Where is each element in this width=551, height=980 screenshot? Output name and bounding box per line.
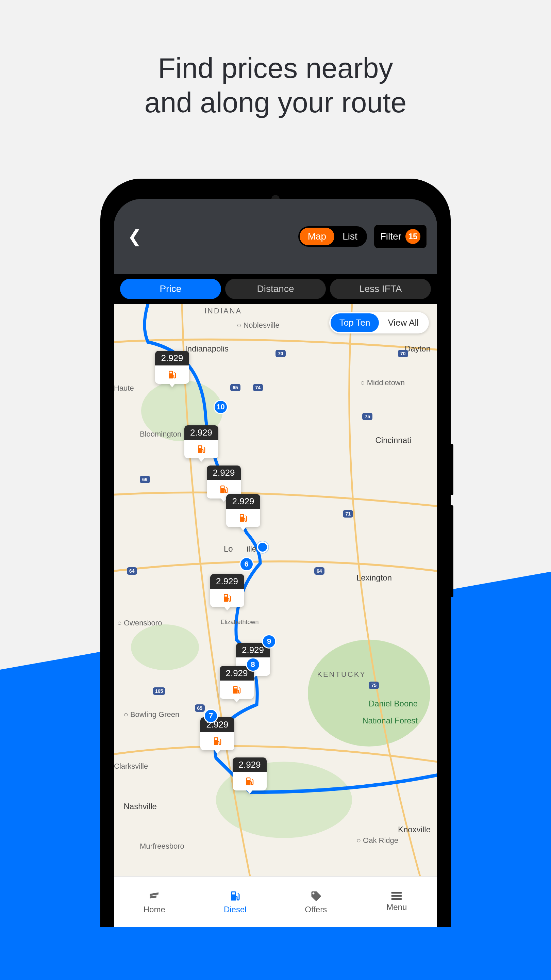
cluster-badge[interactable]: 9 — [262, 634, 276, 649]
map-label: ○ Oak Ridge — [356, 836, 398, 845]
cluster-badge[interactable]: 10 — [214, 400, 228, 414]
nav-menu[interactable]: Menu — [356, 877, 437, 927]
headline-line-2: and along your route — [0, 86, 551, 120]
svg-point-3 — [131, 624, 199, 670]
highway-shield-icon: 70 — [398, 350, 408, 357]
bottom-nav: Home Diesel Offers Menu — [114, 876, 437, 927]
map-label-state: KENTUCKY — [317, 670, 366, 679]
fuel-price-marker[interactable]: 2.929 — [155, 351, 189, 384]
highway-shield-icon: 71 — [343, 510, 353, 517]
map-label-forest: Daniel Boone — [369, 699, 418, 708]
cluster-badge[interactable]: 6 — [240, 557, 254, 571]
marker-body — [155, 366, 189, 384]
sort-bar: Price Distance Less IFTA — [114, 274, 437, 304]
highway-shield-icon: 74 — [253, 384, 263, 391]
menu-icon — [391, 892, 402, 900]
nav-home[interactable]: Home — [114, 877, 195, 927]
tag-icon — [310, 890, 322, 902]
fuel-price-marker[interactable]: 2.929 — [210, 574, 244, 607]
fuel-price-marker[interactable]: 2.929 — [226, 494, 260, 527]
marker-body — [233, 772, 267, 791]
cluster-badge[interactable]: 8 — [246, 657, 260, 672]
map-label: Murfreesboro — [140, 842, 184, 851]
fuel-price-marker[interactable]: 2.929 — [200, 717, 234, 750]
fuel-pump-icon — [245, 776, 255, 786]
fuel-pump-icon — [222, 593, 232, 603]
top-ten-tab[interactable]: Top Ten — [330, 313, 379, 332]
nav-diesel[interactable]: Diesel — [195, 877, 276, 927]
fuel-price-marker[interactable]: 2.929 — [220, 666, 254, 699]
price-value: 2.929 — [210, 574, 244, 589]
highway-shield-icon: 75 — [362, 413, 372, 420]
sort-distance-tab[interactable]: Distance — [225, 279, 326, 299]
highway-shield-icon: 69 — [140, 476, 150, 483]
svg-point-2 — [308, 640, 430, 746]
map-label-city: Lexington — [356, 573, 392, 582]
price-value: 2.929 — [155, 351, 189, 366]
map-label-city: Nashville — [124, 802, 157, 811]
fuel-pump-icon — [212, 736, 222, 746]
cluster-badge[interactable]: 7 — [204, 709, 218, 723]
marker-body — [226, 509, 260, 527]
marker-body — [210, 589, 244, 607]
map-label-state: INDIANA — [205, 307, 242, 315]
map-label-city: Indianapolis — [185, 344, 229, 353]
sort-ifta-tab[interactable]: Less IFTA — [330, 279, 431, 299]
fuel-price-marker[interactable]: 2.929 — [233, 757, 267, 791]
nav-label: Offers — [305, 905, 327, 914]
fuel-price-marker[interactable]: 2.929 — [184, 425, 218, 458]
highway-shield-icon: 65 — [230, 384, 240, 391]
filter-button[interactable]: Filter 15 — [374, 224, 427, 248]
phone-frame: ❮ Map List Filter 15 Price Distance Less… — [100, 179, 451, 927]
fuel-pump-icon — [229, 890, 241, 902]
nav-label: Home — [143, 905, 165, 914]
phone-side-button — [450, 444, 453, 495]
nav-offers[interactable]: Offers — [275, 877, 356, 927]
promo-headline: Find prices nearby and along your route — [0, 51, 551, 120]
map-view-tab[interactable]: Map — [300, 228, 334, 245]
map-label: ○ Noblesville — [237, 321, 279, 330]
headline-line-1: Find prices nearby — [0, 51, 551, 86]
map-label: Clarksville — [114, 762, 148, 771]
phone-side-button — [450, 505, 453, 597]
fuel-pump-icon — [232, 685, 242, 695]
map-label-forest: National Forest — [362, 716, 418, 725]
map-label: Elizabethtown — [221, 619, 259, 626]
fuel-pump-icon — [219, 484, 229, 495]
map-background — [114, 304, 437, 876]
filter-count-badge: 15 — [405, 229, 421, 244]
map-label: ○ Middletown — [360, 379, 405, 387]
price-value: 2.929 — [184, 425, 218, 440]
fuel-pump-icon — [196, 444, 206, 454]
highway-shield-icon: 165 — [153, 687, 165, 695]
marker-body — [220, 681, 254, 699]
map-label-city: Cincinnati — [375, 436, 411, 445]
map-label: Haute — [114, 384, 134, 393]
sort-price-tab[interactable]: Price — [120, 279, 221, 299]
fuel-pump-icon — [238, 513, 248, 523]
view-all-tab[interactable]: View All — [379, 313, 427, 332]
nav-label: Diesel — [224, 905, 246, 914]
home-icon — [148, 890, 160, 902]
map-label: ○ Bowling Green — [124, 710, 179, 719]
marker-body — [184, 440, 218, 458]
list-view-tab[interactable]: List — [334, 228, 366, 245]
view-mode-toggle: Map List — [298, 226, 367, 247]
marker-body — [200, 732, 234, 750]
app-topbar: ❮ Map List Filter 15 — [114, 199, 437, 274]
fuel-price-marker[interactable]: 2.929 — [207, 466, 241, 498]
highway-shield-icon: 64 — [127, 567, 137, 575]
map-label-city: Knoxville — [398, 825, 430, 834]
current-location-dot — [257, 541, 268, 553]
highway-shield-icon: 64 — [314, 567, 324, 575]
highway-shield-icon: 70 — [275, 350, 286, 357]
price-value: 2.929 — [207, 466, 241, 480]
back-button[interactable]: ❮ — [124, 223, 145, 250]
map-view[interactable]: INDIANA ○ Noblesville Indianapolis Dayto… — [114, 304, 437, 876]
map-label-city: Looooille — [224, 544, 256, 554]
results-scope-toggle: Top Ten View All — [329, 312, 429, 334]
price-value: 2.929 — [233, 757, 267, 772]
highway-shield-icon: 65 — [195, 705, 205, 712]
map-label: Bloomington — [140, 430, 181, 439]
map-label: ○ Owensboro — [118, 619, 162, 627]
